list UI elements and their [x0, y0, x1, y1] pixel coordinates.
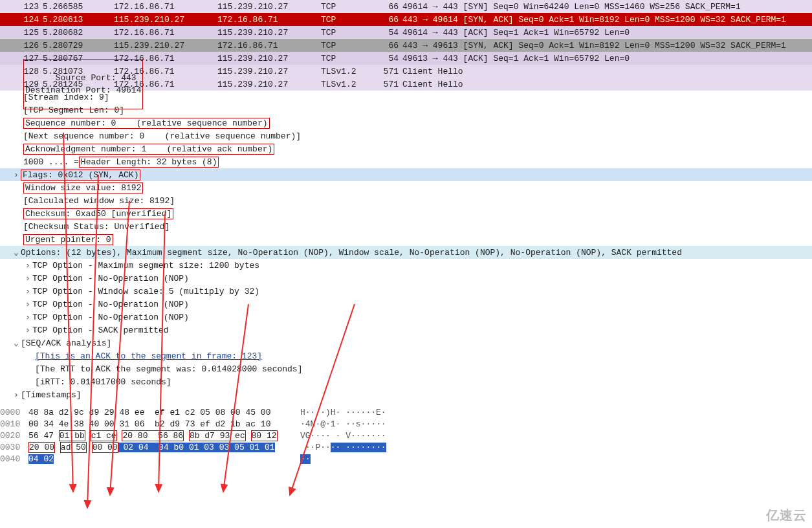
packet-row[interactable]: 1255.280682172.16.86.71115.239.210.27TCP…: [0, 26, 812, 39]
caret-right-icon: ›: [23, 274, 32, 283]
col-src: 115.239.210.27: [114, 15, 217, 25]
col-info: 49614 → 443 [SYN] Seq=0 Win=64240 Len=0 …: [402, 2, 812, 12]
caret-right-icon: ›: [23, 313, 32, 322]
hex-line[interactable]: 002056 47 01 bb c1 ce 20 80 56 86 8b d7 …: [0, 430, 812, 441]
caret-right-icon: ›: [12, 170, 21, 180]
col-info: 443 → 49613 [SYN, ACK] Seq=0 Ack=1 Win=8…: [402, 41, 812, 50]
col-src: 172.16.86.71: [114, 2, 217, 12]
caret-down-icon: ⌄: [12, 247, 21, 258]
ack-number[interactable]: Acknowledgment number: 1 (relative ack n…: [0, 142, 812, 155]
col-len: 66: [366, 15, 402, 25]
packet-details2: Source Port: 443Destination Port: 49614 …: [0, 78, 812, 401]
col-info: 443 → 49614 [SYN, ACK] Seq=0 Ack=1 Win=8…: [402, 15, 812, 25]
hex-ascii: ·4N·@·1· ··s·····: [300, 419, 386, 429]
hex-line[interactable]: 000048 8a d2 9c d9 29 48 ee ef e1 c2 05 …: [0, 406, 812, 418]
ack-to-frame[interactable]: [This is an ACK to the segment in frame:…: [0, 349, 812, 362]
col-proto: TCP: [321, 54, 366, 63]
col-src: 172.16.86.71: [114, 28, 217, 38]
hex-bytes: 48 8a d2 9c d9 29 48 ee ef e1 c2 05 08 0…: [28, 408, 300, 417]
flags-line[interactable]: ›Flags: 0x012 (SYN, ACK): [0, 168, 812, 181]
col-no: 126: [0, 41, 43, 50]
col-dst: 172.16.86.71: [217, 15, 321, 25]
urgent-pointer[interactable]: Urgent pointer: 0: [0, 233, 812, 246]
col-proto: TCP: [321, 41, 366, 50]
col-time: 5.280729: [43, 41, 114, 50]
col-info: Client Hello: [402, 67, 812, 76]
opt-nop1[interactable]: ›TCP Option - No-Operation (NOP): [0, 272, 812, 285]
opt-mss[interactable]: ›TCP Option - Maximum segment size: 1200…: [0, 259, 812, 272]
packet-row[interactable]: 1265.280729115.239.210.27172.16.86.71TCP…: [0, 39, 812, 52]
hex-ascii: ··P···· ········: [300, 443, 386, 452]
caret-down-icon: ⌄: [12, 338, 21, 348]
col-len: 54: [366, 28, 402, 38]
col-info: 49614 → 443 [ACK] Seq=1 Ack=1 Win=65792 …: [402, 28, 812, 38]
col-len: 66: [366, 41, 402, 50]
win-size[interactable]: Window size value: 8192: [0, 181, 812, 194]
opt-sack[interactable]: ›TCP Option - SACK permitted: [0, 324, 812, 336]
port-box[interactable]: Source Port: 443Destination Port: 49614: [0, 78, 812, 91]
caret-right-icon: ›: [12, 390, 21, 400]
hex-bytes: 20 00 ad 50 00 00 02 04 04 b0 01 03 03 0…: [28, 442, 300, 453]
col-no: 125: [0, 28, 43, 38]
stream-index[interactable]: [Stream index: 9]: [0, 91, 812, 104]
seq-ack-analysis[interactable]: ⌄[SEQ/ACK analysis]: [0, 336, 812, 349]
options-line[interactable]: ⌄Options: (12 bytes), Maximum segment si…: [0, 246, 812, 259]
col-info: 49613 → 443 [ACK] Seq=1 Ack=1 Win=65792 …: [402, 54, 812, 63]
seg-len[interactable]: [TCP Segment Len: 0]: [0, 104, 812, 116]
checksum[interactable]: Checksum: 0xad50 [unverified]: [0, 207, 812, 220]
caret-right-icon: ›: [23, 325, 32, 335]
col-dst: 115.239.210.27: [217, 67, 321, 76]
hex-line[interactable]: 004004 02··: [0, 453, 812, 465]
packet-row[interactable]: 1245.280613115.239.210.27172.16.86.71TCP…: [0, 13, 812, 26]
col-len: 571: [366, 67, 402, 76]
next-seq[interactable]: [Next sequence number: 0 (relative seque…: [0, 129, 812, 142]
header-length[interactable]: 1000 .... = Header Length: 32 bytes (8): [0, 155, 812, 168]
col-proto: TLSv1.2: [321, 67, 366, 76]
col-dst: 115.239.210.27: [217, 54, 321, 63]
col-proto: TCP: [321, 15, 366, 25]
col-time: 5.280682: [43, 28, 114, 38]
col-dst: 172.16.86.71: [217, 41, 321, 50]
hex-offset: 0000: [0, 408, 28, 417]
hex-ascii: ··: [300, 454, 311, 464]
seq-number[interactable]: Sequence number: 0 (relative sequence nu…: [0, 116, 812, 129]
col-dst: 115.239.210.27: [217, 28, 321, 38]
calc-win[interactable]: [Calculated window size: 8192]: [0, 194, 812, 207]
col-proto: TCP: [321, 28, 366, 38]
col-time: 5.266585: [43, 2, 114, 12]
col-time: 5.280613: [43, 15, 114, 25]
caret-right-icon: ›: [23, 287, 32, 296]
col-dst: 115.239.210.27: [217, 2, 321, 12]
timestamps[interactable]: ›[Timestamps]: [0, 388, 812, 401]
caret-right-icon: ›: [23, 261, 32, 270]
rtt[interactable]: [The RTT to ACK the segment was: 0.01402…: [0, 362, 812, 375]
hex-line[interactable]: 003020 00 ad 50 00 00 02 04 04 b0 01 03 …: [0, 441, 812, 453]
hex-offset: 0030: [0, 443, 28, 452]
hex-bytes: 00 34 4e 38 40 00 31 06 b2 d9 73 ef d2 1…: [28, 419, 300, 429]
packet-row[interactable]: 1235.266585172.16.86.71115.239.210.27TCP…: [0, 0, 812, 13]
caret-right-icon: ›: [23, 300, 32, 309]
hex-bytes: 56 47 01 bb c1 ce 20 80 56 86 8b d7 93 e…: [28, 430, 300, 441]
col-len: 66: [366, 2, 402, 12]
hex-bytes: 04 02: [28, 454, 300, 464]
hex-dump: 000048 8a d2 9c d9 29 48 ee ef e1 c2 05 …: [0, 406, 812, 465]
hex-line[interactable]: 001000 34 4e 38 40 00 31 06 b2 d9 73 ef …: [0, 418, 812, 430]
irtt[interactable]: [iRTT: 0.014017000 seconds]: [0, 375, 812, 388]
hex-ascii: VG···· · V·······: [300, 431, 386, 441]
col-len: 54: [366, 54, 402, 63]
col-src: 115.239.210.27: [114, 41, 217, 50]
col-no: 124: [0, 15, 43, 25]
hex-offset: 0010: [0, 419, 28, 429]
checksum-status[interactable]: [Checksum Status: Unverified]: [0, 220, 812, 233]
col-proto: TCP: [321, 2, 366, 12]
opt-nop3[interactable]: ›TCP Option - No-Operation (NOP): [0, 311, 812, 324]
opt-wscale[interactable]: ›TCP Option - Window scale: 5 (multiply …: [0, 285, 812, 298]
hex-offset: 0040: [0, 454, 28, 464]
hex-offset: 0020: [0, 431, 28, 441]
opt-nop2[interactable]: ›TCP Option - No-Operation (NOP): [0, 298, 812, 311]
col-no: 123: [0, 2, 43, 12]
hex-ascii: H····)H· ······E·: [300, 408, 386, 417]
